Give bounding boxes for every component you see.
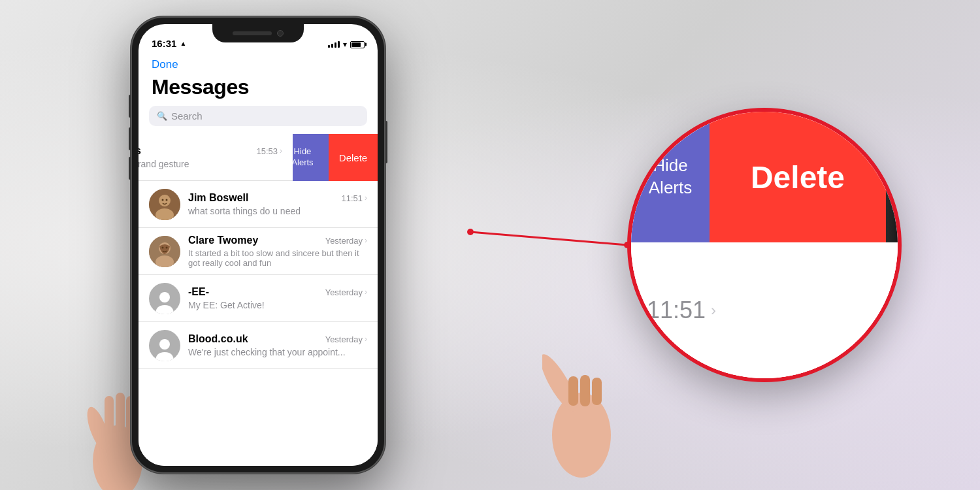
table-row[interactable]: Clare Twomey Yesterday › It started a bi… bbox=[139, 228, 378, 275]
svg-point-13 bbox=[467, 229, 474, 235]
chevron-icon: › bbox=[280, 146, 282, 155]
svg-point-20 bbox=[552, 393, 611, 478]
svg-line-12 bbox=[470, 232, 627, 245]
message-preview: what sorta things do u need bbox=[188, 206, 367, 216]
svg-rect-17 bbox=[105, 396, 114, 432]
table-row[interactable]: Jim Boswell 11:51 › what sorta things do… bbox=[139, 181, 378, 228]
mag-phone-edge bbox=[886, 112, 898, 242]
table-row[interactable]: -EE- Yesterday › My EE: Get Active! bbox=[139, 275, 378, 322]
search-icon: 🔍 bbox=[157, 111, 167, 121]
mag-bottom-section: 11:51 › bbox=[631, 242, 898, 378]
mag-delete-button[interactable]: Delete bbox=[710, 112, 886, 242]
table-row[interactable]: Blood.co.uk Yesterday › We're just check… bbox=[139, 322, 378, 369]
hawkins-row-container: H ...wkins 15:53 › ...dly a grand gestur… bbox=[139, 134, 378, 181]
location-icon: ▲ bbox=[180, 40, 186, 47]
svg-rect-18 bbox=[116, 393, 125, 432]
nav-bar: Done bbox=[139, 53, 378, 74]
page-title: Messages bbox=[139, 74, 378, 106]
svg-rect-24 bbox=[592, 378, 602, 405]
chevron-icon: › bbox=[365, 236, 367, 245]
wifi-icon: ▾ bbox=[343, 40, 347, 49]
table-row[interactable]: H ...wkins 15:53 › ...dly a grand gestur… bbox=[139, 134, 293, 181]
app-content: Done Messages 🔍 Search bbox=[139, 53, 378, 466]
message-body: Clare Twomey Yesterday › It started a bi… bbox=[188, 235, 367, 268]
search-bar[interactable]: 🔍 Search bbox=[149, 106, 367, 126]
message-time: Yesterday › bbox=[325, 236, 367, 246]
search-placeholder: Search bbox=[171, 110, 203, 122]
phone-device: 16:31 ▲ ▾ bbox=[131, 16, 385, 474]
battery-icon bbox=[350, 41, 365, 48]
avatar bbox=[149, 330, 180, 361]
message-preview: We're just checking that your appoint... bbox=[188, 347, 367, 357]
message-time: Yesterday › bbox=[325, 287, 367, 297]
contact-name: -EE- bbox=[188, 286, 209, 298]
svg-point-3 bbox=[162, 199, 164, 201]
mag-chevron-icon: › bbox=[711, 301, 716, 319]
mag-hide-alerts-text: HideAlerts bbox=[644, 150, 697, 204]
contact-name: Blood.co.uk bbox=[188, 333, 248, 345]
message-preview: ...dly a grand gesture bbox=[139, 159, 282, 169]
avatar bbox=[149, 236, 180, 267]
svg-point-11 bbox=[159, 339, 170, 350]
avatar bbox=[149, 283, 180, 314]
message-time: 15:53 › bbox=[256, 146, 282, 156]
mag-hide-alerts: HideAlerts bbox=[631, 112, 710, 242]
mag-time: 11:51 bbox=[647, 297, 706, 324]
svg-rect-23 bbox=[580, 375, 590, 406]
svg-point-1 bbox=[159, 195, 171, 206]
message-body: -EE- Yesterday › My EE: Get Active! bbox=[188, 286, 367, 310]
svg-rect-22 bbox=[568, 376, 578, 406]
mag-delete-label: Delete bbox=[751, 159, 845, 195]
contact-name: Jim Boswell bbox=[188, 192, 248, 204]
hand-right bbox=[542, 318, 621, 490]
delete-button[interactable]: Delete bbox=[329, 134, 378, 181]
speaker bbox=[233, 31, 272, 35]
contact-name: ...wkins bbox=[139, 145, 141, 157]
svg-point-8 bbox=[162, 246, 164, 248]
phone-screen: 16:31 ▲ ▾ bbox=[139, 24, 378, 466]
svg-point-9 bbox=[166, 246, 168, 248]
chevron-icon: › bbox=[365, 287, 367, 297]
signal-bars bbox=[328, 41, 340, 48]
phone-wrapper: 16:31 ▲ ▾ bbox=[131, 16, 385, 474]
mag-top-section: HideAlerts Delete bbox=[631, 112, 898, 242]
scene: 16:31 ▲ ▾ bbox=[0, 0, 980, 490]
message-list: H ...wkins 15:53 › ...dly a grand gestur… bbox=[139, 134, 378, 369]
message-body: ...wkins 15:53 › ...dly a grand gesture bbox=[139, 145, 282, 169]
contact-name: Clare Twomey bbox=[188, 235, 258, 246]
phone-notch bbox=[212, 24, 304, 42]
message-preview: My EE: Get Active! bbox=[188, 300, 367, 310]
done-button[interactable]: Done bbox=[152, 58, 178, 71]
message-body: Jim Boswell 11:51 › what sorta things do… bbox=[188, 192, 367, 216]
avatar bbox=[149, 189, 180, 220]
chevron-icon: › bbox=[365, 193, 367, 203]
status-icons: ▾ bbox=[328, 40, 365, 49]
svg-point-10 bbox=[159, 292, 170, 302]
magnified-circle: HideAlerts Delete 11:51 › bbox=[627, 108, 902, 382]
message-preview: It started a bit too slow and sincere bu… bbox=[188, 248, 367, 268]
camera bbox=[277, 30, 284, 37]
message-time: Yesterday › bbox=[325, 335, 367, 344]
status-time: 16:31 ▲ bbox=[152, 38, 186, 49]
message-time: 11:51 › bbox=[341, 193, 367, 203]
message-body: Blood.co.uk Yesterday › We're just check… bbox=[188, 333, 367, 357]
chevron-icon: › bbox=[365, 335, 367, 344]
magnified-content: HideAlerts Delete 11:51 › bbox=[631, 112, 898, 378]
svg-point-4 bbox=[166, 199, 168, 201]
